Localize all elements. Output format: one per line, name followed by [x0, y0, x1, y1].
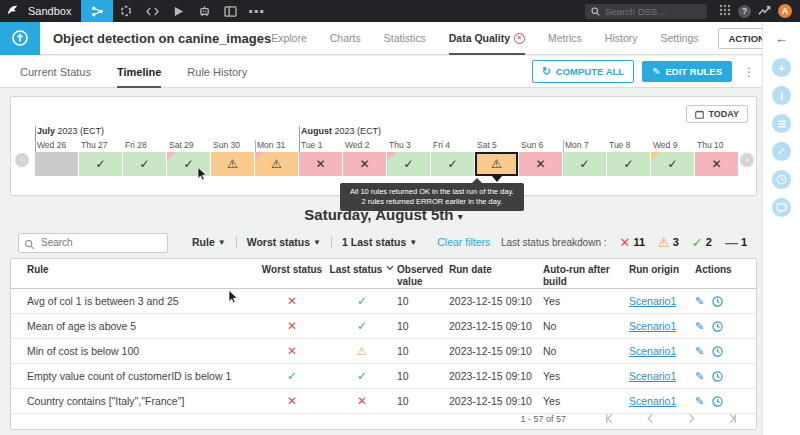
- ok-status-icon: ✓: [357, 294, 367, 308]
- project-name[interactable]: Sandbox: [28, 5, 71, 17]
- waffle-apps-icon[interactable]: [719, 2, 731, 20]
- column-header-last-status[interactable]: Last status: [327, 264, 397, 276]
- filter-last-status[interactable]: 1Last status▼: [332, 236, 427, 248]
- autorun-cell: No: [543, 345, 629, 357]
- day-cell-sun-6-error[interactable]: ✕: [519, 152, 562, 176]
- compute-all-button[interactable]: ↻ COMPUTE ALL: [532, 60, 634, 83]
- add-icon[interactable]: +: [772, 58, 791, 77]
- scenario-link[interactable]: Scenario1: [629, 295, 676, 307]
- column-header-run-date[interactable]: Run date: [449, 264, 543, 276]
- day-label: Sun 30: [211, 140, 255, 152]
- day-cell-sun-30-warning[interactable]: ⚠: [211, 152, 254, 176]
- today-button[interactable]: TODAY: [686, 105, 748, 123]
- worst-status-cell: ✕: [257, 344, 327, 358]
- first-page-icon[interactable]: [604, 413, 615, 424]
- trend-activity-icon[interactable]: [758, 2, 771, 20]
- activity-icon[interactable]: [772, 170, 791, 189]
- tab-statistics[interactable]: Statistics: [384, 22, 426, 55]
- scenario-link[interactable]: Scenario1: [629, 345, 676, 357]
- subtab-rule-history[interactable]: Rule History: [187, 56, 247, 88]
- warning-status-icon: ⚠: [271, 157, 282, 171]
- day-status-tooltip: All 10 rules returned OK in the last run…: [340, 183, 524, 211]
- timeline-next-icon[interactable]: ›: [740, 153, 754, 167]
- top-navigation-bar: Sandbox ⋯ ?: [0, 0, 800, 22]
- last-page-icon[interactable]: [727, 413, 738, 424]
- more-options-icon[interactable]: ⋮: [740, 65, 758, 79]
- user-avatar[interactable]: A: [778, 4, 792, 18]
- tab-data-quality[interactable]: Data Quality✕: [449, 22, 525, 55]
- rule-history-button[interactable]: [712, 346, 723, 357]
- day-cell-thu-10-error[interactable]: ✕: [695, 152, 738, 176]
- rule-cell: Mean of age is above 5: [27, 320, 257, 332]
- filter-worst-status[interactable]: Worst status▼: [237, 236, 331, 248]
- rule-history-button[interactable]: [712, 396, 723, 407]
- collapse-panel-arrow-icon[interactable]: ←: [775, 31, 788, 46]
- checklist-icon[interactable]: ✓: [772, 142, 791, 161]
- column-header-auto-run-after-build[interactable]: Auto-run after build: [543, 264, 629, 288]
- subtab-timeline[interactable]: Timeline: [117, 56, 161, 88]
- day-cell-wed-9-ok[interactable]: ✓: [651, 152, 694, 176]
- subtab-current-status[interactable]: Current Status: [20, 56, 91, 88]
- tab-metrics[interactable]: Metrics: [548, 22, 582, 55]
- day-cell-fri-28-ok[interactable]: ✓: [123, 152, 166, 176]
- flow-icon[interactable]: [81, 0, 113, 22]
- day-cell-wed-2-error[interactable]: ✕: [343, 152, 386, 176]
- global-search[interactable]: [585, 4, 707, 19]
- right-panel-rail: ← +i✓: [762, 22, 800, 435]
- day-cell-sat-5-warning[interactable]: ⚠: [475, 152, 518, 176]
- observed-cell: 10: [397, 295, 449, 307]
- edit-rule-pencil-icon[interactable]: ✎: [695, 345, 704, 358]
- tab-explore[interactable]: Explore: [271, 22, 307, 55]
- timeline-prev-icon[interactable]: ‹: [15, 153, 29, 167]
- clear-filters-link[interactable]: Clear filters: [437, 236, 490, 248]
- discussions-icon[interactable]: [772, 198, 791, 217]
- dataset-type-icon[interactable]: [0, 22, 40, 55]
- timeline-days: July 2023 (ECT)Wed 26Thu 27✓Fri 28✓Sat 2…: [35, 140, 739, 176]
- edit-rule-pencil-icon[interactable]: ✎: [695, 395, 704, 408]
- tab-charts[interactable]: Charts: [330, 22, 361, 55]
- help-icon[interactable]: ?: [738, 5, 751, 18]
- prev-page-icon[interactable]: [645, 413, 656, 424]
- dashboards-icon[interactable]: [217, 0, 243, 22]
- ok-status-icon: ✓: [183, 157, 193, 171]
- rule-history-button[interactable]: [712, 371, 723, 382]
- day-cell-mon-7-ok[interactable]: ✓: [563, 152, 606, 176]
- lab-robot-icon[interactable]: [191, 0, 217, 22]
- tab-label: Statistics: [384, 32, 426, 44]
- day-cell-tue-1-error[interactable]: ✕: [299, 152, 342, 176]
- dataiku-logo-icon[interactable]: [0, 2, 26, 20]
- column-header-run-origin[interactable]: Run origin: [629, 264, 695, 276]
- day-cell-wed-26-empty[interactable]: [35, 152, 78, 176]
- tab-settings[interactable]: Settings: [661, 22, 699, 55]
- day-cell-fri-4-ok[interactable]: ✓: [431, 152, 474, 176]
- scenario-link[interactable]: Scenario1: [629, 320, 676, 332]
- day-cell-thu-27-ok[interactable]: ✓: [79, 152, 122, 176]
- rules-search-input[interactable]: [18, 233, 168, 253]
- catalog-icon[interactable]: [113, 0, 139, 22]
- edit-rules-button[interactable]: ✎ EDIT RULES: [642, 61, 732, 82]
- edit-rule-pencil-icon[interactable]: ✎: [695, 295, 704, 308]
- edit-rule-pencil-icon[interactable]: ✎: [695, 320, 704, 333]
- global-search-input[interactable]: [605, 6, 695, 17]
- scenario-link[interactable]: Scenario1: [629, 395, 676, 407]
- day-cell-thu-3-ok[interactable]: ✓: [387, 152, 430, 176]
- column-header-rule[interactable]: Rule: [27, 264, 257, 276]
- day-label: Wed 9: [651, 140, 695, 152]
- breakdown-ok: ✓2: [692, 235, 712, 250]
- edit-rule-pencil-icon[interactable]: ✎: [695, 370, 704, 383]
- info-icon[interactable]: i: [772, 86, 791, 105]
- details-icon[interactable]: [772, 114, 791, 133]
- jobs-play-icon[interactable]: [165, 0, 191, 22]
- day-cell-tue-8-ok[interactable]: ✓: [607, 152, 650, 176]
- code-recipes-icon[interactable]: [139, 0, 165, 22]
- filter-rule[interactable]: Rule▼: [182, 236, 236, 248]
- rule-history-button[interactable]: [712, 321, 723, 332]
- day-cell-mon-31-warning[interactable]: ⚠: [255, 152, 298, 176]
- column-header-observed-value[interactable]: Observed value: [397, 264, 449, 288]
- rule-history-button[interactable]: [712, 296, 723, 307]
- tab-history[interactable]: History: [605, 22, 638, 55]
- next-page-icon[interactable]: [686, 413, 697, 424]
- column-header-worst-status[interactable]: Worst status: [257, 264, 327, 276]
- scenario-link[interactable]: Scenario1: [629, 370, 676, 382]
- more-apps-icon[interactable]: ⋯: [243, 0, 269, 22]
